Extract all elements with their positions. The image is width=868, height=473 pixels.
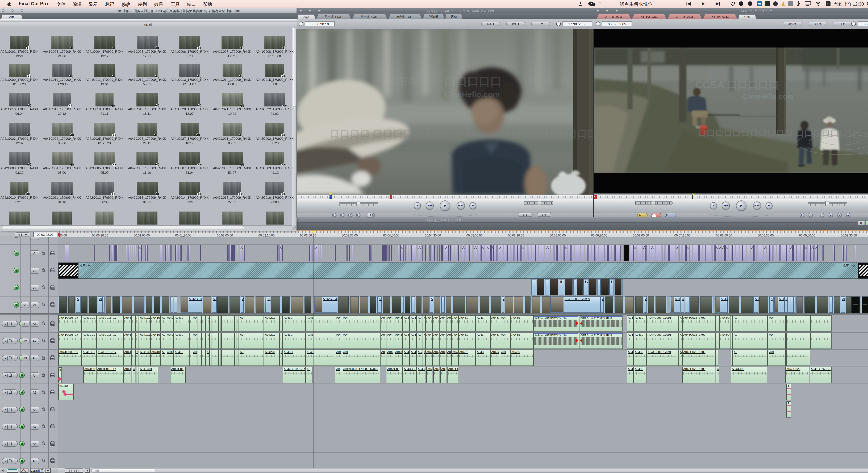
svg-text:CCEA: CCEA — [383, 74, 416, 88]
svg-text:CineHello.com: CineHello.com — [444, 90, 500, 99]
svg-text:CCEA 口口口口口: CCEA 口口口口口 — [695, 79, 779, 91]
svg-text:口口口口 口口口口口口口口口口口口口口口 口口口口口口口: 口口口口 口口口口口口口口口口口口口口口 口口口口口口口 — [330, 128, 593, 139]
svg-text:口口口口口口口口口口口 口口口口口口口: 口口口口口口口口口口口 口口口口口口口 — [698, 128, 857, 138]
svg-text:口口口口口: 口口口口口 — [444, 75, 502, 88]
svg-text:CineHello.com: CineHello.com — [743, 92, 794, 100]
